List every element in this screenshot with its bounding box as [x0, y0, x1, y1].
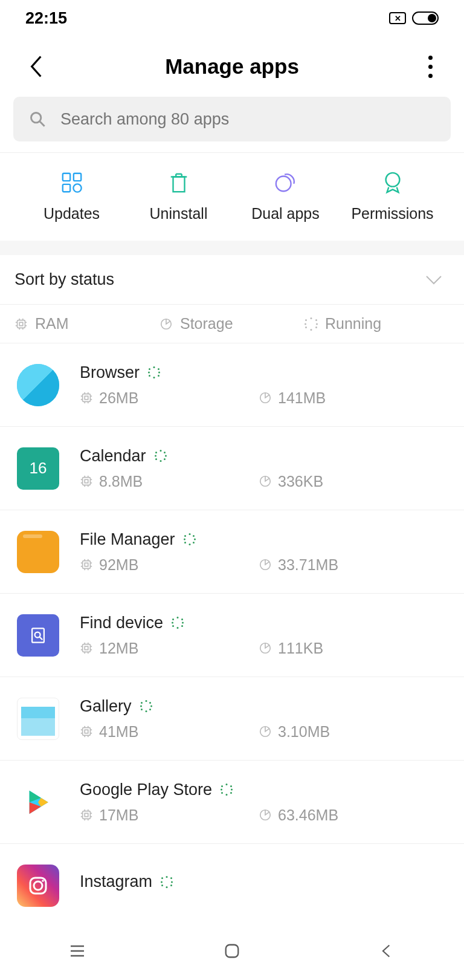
system-nav-bar: [0, 922, 464, 980]
svg-point-58: [35, 632, 40, 637]
dual-apps-icon: [273, 170, 298, 195]
svg-line-1: [40, 122, 45, 126]
app-name: Instagram: [80, 872, 152, 891]
status-time: 22:15: [25, 9, 67, 28]
svg-rect-14: [19, 322, 23, 326]
action-dual-apps-label: Dual apps: [251, 205, 320, 222]
sort-dropdown[interactable]: Sort by status: [0, 255, 464, 305]
app-storage: 111KB: [259, 640, 323, 657]
chevron-left-icon: [30, 55, 43, 78]
app-name: Browser: [80, 363, 140, 382]
action-uninstall[interactable]: Uninstall: [125, 170, 232, 222]
search-bar[interactable]: [13, 97, 451, 141]
svg-rect-71: [83, 728, 91, 736]
nav-back-button[interactable]: [372, 936, 402, 966]
permissions-icon: [380, 170, 405, 195]
nav-recents-button[interactable]: [62, 936, 92, 966]
chip-icon: [80, 641, 93, 655]
app-storage-value: 336KB: [278, 473, 323, 490]
app-name: File Manager: [80, 530, 175, 549]
svg-rect-87: [85, 813, 88, 817]
app-icon-find: [17, 614, 59, 657]
app-ram: 17MB: [80, 806, 259, 824]
app-row[interactable]: 16 Calendar 8.8MB 336KB: [0, 427, 464, 510]
pie-icon: [259, 475, 272, 488]
app-ram: 41MB: [80, 723, 259, 741]
chip-icon: [80, 725, 93, 738]
app-icon-insta: [17, 865, 59, 907]
app-row[interactable]: File Manager 92MB 33.71MB: [0, 510, 464, 594]
svg-rect-46: [83, 561, 91, 569]
overflow-menu-button[interactable]: [428, 56, 433, 78]
app-storage-value: 3.10MB: [278, 723, 330, 741]
running-indicator-icon: [155, 450, 167, 462]
legend-running-label: Running: [325, 315, 381, 333]
svg-rect-10: [173, 177, 184, 192]
chevron-down-icon: [425, 275, 442, 285]
svg-rect-36: [85, 479, 88, 483]
app-ram-value: 8.8MB: [99, 473, 143, 490]
legend-running: Running: [304, 315, 464, 333]
action-dual-apps[interactable]: Dual apps: [232, 170, 339, 222]
svg-point-0: [31, 113, 41, 123]
pie-icon: [259, 641, 272, 655]
legend-storage: Storage: [160, 315, 304, 333]
action-permissions[interactable]: Permissions: [339, 170, 446, 222]
legend-ram-label: RAM: [35, 315, 69, 333]
chip-icon: [80, 808, 93, 822]
battery-icon: [412, 11, 439, 25]
app-storage: 63.46MB: [259, 806, 338, 824]
app-name: Calendar: [80, 447, 146, 466]
search-input[interactable]: [60, 110, 435, 129]
running-indicator-icon: [148, 366, 160, 378]
no-sim-icon: ✕: [389, 12, 406, 24]
app-row[interactable]: Browser 26MB 141MB: [0, 343, 464, 427]
app-ram: 26MB: [80, 389, 259, 407]
svg-rect-47: [85, 563, 88, 566]
app-ram: 92MB: [80, 556, 259, 574]
svg-rect-3: [73, 174, 80, 181]
svg-rect-25: [85, 396, 88, 400]
svg-point-12: [385, 173, 399, 187]
app-icon-file: [17, 531, 59, 573]
sort-label: Sort by status: [14, 270, 114, 289]
page-title: Manage apps: [0, 54, 464, 79]
pie-icon: [259, 558, 272, 571]
pie-icon: [259, 808, 272, 822]
svg-rect-86: [83, 811, 91, 819]
app-storage: 33.71MB: [259, 556, 338, 574]
app-list: Browser 26MB 141MB 16 Calendar: [0, 343, 464, 927]
app-ram-value: 41MB: [99, 723, 138, 741]
column-legend: RAM Storage Running: [0, 305, 464, 343]
search-container: [0, 97, 464, 152]
app-row[interactable]: Google Play Store 17MB 63.46MB: [0, 761, 464, 844]
app-name: Gallery: [80, 697, 132, 716]
action-updates[interactable]: Updates: [18, 170, 125, 222]
running-icon: [304, 317, 318, 331]
chip-icon: [14, 317, 28, 331]
app-storage: 141MB: [259, 389, 326, 407]
app-row[interactable]: Find device 12MB 111KB: [0, 594, 464, 677]
recents-icon: [68, 942, 86, 960]
svg-rect-4: [62, 184, 69, 192]
svg-rect-35: [83, 478, 91, 485]
app-storage: 3.10MB: [259, 723, 330, 741]
app-icon-play: [17, 781, 59, 823]
nav-home-button[interactable]: [217, 936, 247, 966]
chip-icon: [80, 558, 93, 571]
pie-icon: [259, 725, 272, 738]
action-uninstall-label: Uninstall: [150, 205, 208, 222]
svg-rect-57: [32, 628, 44, 642]
svg-rect-24: [83, 394, 91, 402]
app-row[interactable]: Instagram: [0, 844, 464, 927]
back-button[interactable]: [24, 54, 48, 79]
action-permissions-label: Permissions: [351, 205, 433, 222]
svg-rect-72: [85, 730, 88, 733]
updates-icon: [59, 170, 85, 195]
app-storage-value: 63.46MB: [278, 806, 338, 824]
app-row[interactable]: Gallery 41MB 3.10MB: [0, 677, 464, 761]
legend-storage-label: Storage: [180, 315, 233, 333]
app-storage-value: 141MB: [278, 389, 326, 407]
status-icons: ✕: [389, 11, 439, 25]
svg-rect-13: [18, 320, 25, 328]
